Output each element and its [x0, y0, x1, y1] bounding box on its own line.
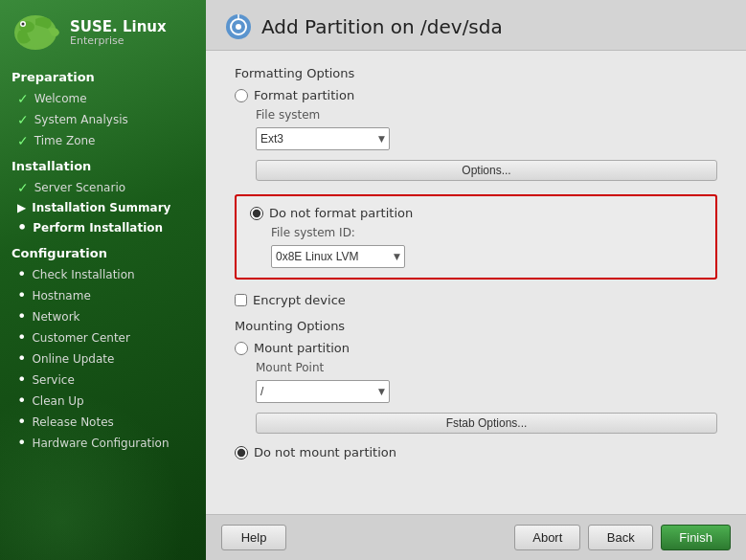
encrypt-device-row: Encrypt device — [235, 293, 717, 307]
sidebar-label-time-zone: Time Zone — [34, 134, 96, 147]
sidebar-item-perform-installation[interactable]: • Perform Installation — [0, 217, 206, 238]
sidebar-label-hostname: Hostname — [32, 289, 90, 302]
no-mount-radio[interactable] — [235, 446, 248, 459]
footer-right: Abort Back Finish — [514, 525, 731, 550]
sidebar-item-hostname[interactable]: • Hostname — [0, 285, 206, 306]
section-installation: Installation — [0, 151, 206, 177]
sidebar-item-release-notes[interactable]: • Release Notes — [0, 412, 206, 433]
mounting-options-group: Mount partition Mount Point / Fstab Opti… — [235, 341, 717, 459]
filesystem-select-row: Ext3 — [256, 127, 717, 150]
filesystem-id-select[interactable]: 0x8E Linux LVM — [271, 245, 405, 268]
sidebar-nav: Preparation ✓ Welcome ✓ System Analysis … — [0, 62, 206, 560]
sidebar-item-clean-up[interactable]: • Clean Up — [0, 391, 206, 412]
no-mount-label[interactable]: Do not mount partition — [254, 445, 396, 459]
help-button[interactable]: Help — [221, 525, 286, 550]
dot-icon: • — [17, 372, 26, 388]
sidebar-label-release-notes: Release Notes — [32, 415, 113, 429]
filesystem-label: File system — [256, 108, 717, 122]
sidebar-label-customer-center: Customer Center — [32, 331, 130, 345]
dot-icon: • — [17, 267, 26, 282]
filesystem-select-wrapper: Ext3 — [256, 127, 390, 150]
main-footer: Help Abort Back Finish — [206, 514, 746, 560]
mount-point-select-row: / — [256, 380, 717, 403]
check-icon: ✓ — [17, 91, 29, 106]
no-format-row: Do not format partition — [250, 206, 702, 220]
sidebar-label-service: Service — [32, 373, 74, 387]
sidebar-item-hardware-configuration[interactable]: • Hardware Configuration — [0, 433, 206, 454]
sidebar-item-installation-summary[interactable]: ▶ Installation Summary — [0, 198, 206, 217]
mount-partition-label[interactable]: Mount partition — [254, 341, 350, 355]
no-format-radio[interactable] — [250, 207, 263, 220]
sidebar-label-network: Network — [32, 310, 79, 324]
no-format-label[interactable]: Do not format partition — [269, 206, 413, 220]
abort-button[interactable]: Abort — [514, 525, 580, 550]
no-mount-row: Do not mount partition — [235, 445, 717, 459]
fstab-options-button[interactable]: Fstab Options... — [256, 413, 717, 434]
sidebar-item-check-installation[interactable]: • Check Installation — [0, 264, 206, 285]
section-configuration: Configuration — [0, 238, 206, 264]
sidebar-label-server-scenario: Server Scenario — [34, 181, 125, 194]
suse-logo-icon — [10, 11, 62, 55]
sidebar-item-online-update[interactable]: • Online Update — [0, 348, 206, 370]
filesystem-select[interactable]: Ext3 — [256, 127, 390, 150]
sidebar-item-server-scenario[interactable]: ✓ Server Scenario — [0, 177, 206, 198]
sidebar-label-clean-up: Clean Up — [32, 394, 83, 408]
svg-point-6 — [236, 24, 241, 30]
sidebar-item-network[interactable]: • Network — [0, 306, 206, 327]
section-preparation: Preparation — [0, 62, 206, 88]
sidebar-item-service[interactable]: • Service — [0, 370, 206, 391]
sidebar-item-welcome[interactable]: ✓ Welcome — [0, 88, 206, 109]
sidebar-label-check-installation: Check Installation — [32, 268, 134, 281]
mount-point-wrapper: / — [256, 380, 390, 403]
sidebar-label-welcome: Welcome — [34, 92, 87, 105]
back-button[interactable]: Back — [588, 525, 653, 550]
main-header: Add Partition on /dev/sda — [206, 0, 746, 51]
finish-button[interactable]: Finish — [661, 525, 731, 550]
no-format-box: Do not format partition File system ID: … — [235, 194, 717, 280]
sidebar-logo: SUSE. Linux Enterprise — [0, 0, 206, 62]
brand-name: SUSE. Linux — [70, 19, 167, 35]
dot-icon: • — [17, 220, 27, 235]
mount-point-select[interactable]: / — [256, 380, 390, 403]
format-partition-label[interactable]: Format partition — [254, 88, 354, 102]
dot-icon: • — [17, 309, 26, 325]
formatting-options-label: Formatting Options — [235, 66, 717, 80]
check-icon: ✓ — [17, 133, 29, 148]
filesystem-id-wrapper: 0x8E Linux LVM — [271, 245, 405, 268]
sidebar-label-online-update: Online Update — [32, 352, 114, 366]
check-icon: ✓ — [17, 112, 29, 127]
filesystem-id-select-row: 0x8E Linux LVM — [271, 245, 702, 268]
sidebar-item-customer-center[interactable]: • Customer Center — [0, 327, 206, 348]
mount-partition-row: Mount partition — [235, 341, 717, 355]
encrypt-device-label[interactable]: Encrypt device — [253, 293, 346, 307]
mount-partition-radio[interactable] — [235, 342, 248, 355]
partition-icon — [225, 13, 252, 40]
sidebar-label-installation-summary: Installation Summary — [32, 201, 170, 214]
mount-point-label: Mount Point — [256, 361, 717, 374]
footer-left: Help — [221, 525, 286, 550]
sidebar-label-hardware-configuration: Hardware Configuration — [32, 437, 169, 450]
sidebar-label-system-analysis: System Analysis — [34, 113, 128, 126]
format-partition-radio[interactable] — [235, 89, 248, 102]
main-panel: Add Partition on /dev/sda Formatting Opt… — [206, 0, 746, 560]
page-title: Add Partition on /dev/sda — [261, 15, 503, 38]
brand-sub: Enterprise — [70, 35, 167, 47]
svg-point-3 — [22, 23, 25, 26]
format-partition-row: Format partition — [235, 88, 717, 102]
dot-icon: • — [17, 330, 26, 346]
sidebar-label-perform-installation: Perform Installation — [33, 221, 163, 235]
dot-icon: • — [17, 288, 26, 303]
arrow-icon: ▶ — [17, 201, 26, 214]
options-button[interactable]: Options... — [256, 160, 717, 181]
check-icon: ✓ — [17, 180, 29, 195]
sidebar-item-system-analysis[interactable]: ✓ System Analysis — [0, 109, 206, 130]
sidebar-item-time-zone[interactable]: ✓ Time Zone — [0, 130, 206, 151]
dot-icon: • — [17, 436, 26, 451]
encrypt-device-checkbox[interactable] — [235, 294, 247, 306]
formatting-options-group: Format partition File system Ext3 Option… — [235, 88, 717, 307]
dot-icon: • — [17, 393, 26, 409]
dot-icon: • — [17, 414, 26, 430]
dot-icon: • — [17, 351, 26, 367]
mounting-options-label: Mounting Options — [235, 319, 717, 333]
sidebar: SUSE. Linux Enterprise Preparation ✓ Wel… — [0, 0, 206, 560]
